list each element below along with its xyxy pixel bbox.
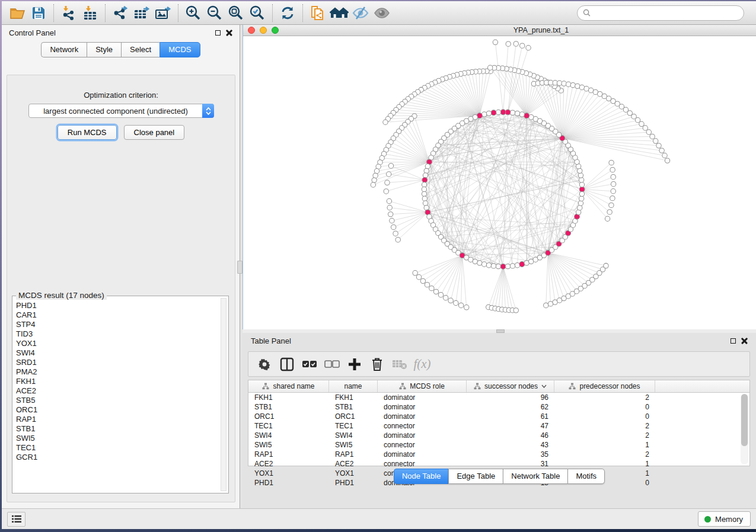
eye-icon bbox=[373, 7, 391, 20]
table-row[interactable]: ACE2ACE2connector311 bbox=[248, 459, 749, 469]
tab-network[interactable]: Network bbox=[41, 42, 87, 57]
add-column-button[interactable] bbox=[344, 354, 365, 374]
function-builder-button[interactable]: f(x) bbox=[412, 354, 432, 374]
table-row[interactable]: SWI5SWI5connector431 bbox=[248, 440, 749, 450]
mcds-result-item[interactable]: SRD1 bbox=[15, 358, 220, 367]
import-network-button[interactable] bbox=[58, 3, 79, 23]
network-canvas[interactable] bbox=[243, 36, 756, 329]
zoom-fit-icon bbox=[228, 5, 244, 21]
table-row[interactable]: SWI4SWI4dominator462 bbox=[248, 431, 749, 440]
mcds-result-item[interactable]: PMA2 bbox=[15, 367, 220, 377]
mcds-result-item[interactable]: FKH1 bbox=[15, 377, 220, 386]
mcds-result-item[interactable]: SWI4 bbox=[15, 348, 220, 358]
search-field[interactable] bbox=[577, 5, 744, 21]
cell-MCDS-role: dominator bbox=[378, 450, 467, 459]
deselect-all-rows-button[interactable] bbox=[322, 354, 342, 374]
delete-table-button[interactable] bbox=[390, 354, 410, 374]
mcds-result-list[interactable]: PHD1CAR1STP4TID3YOX1SWI4SRD1PMA2FKH1ACE2… bbox=[15, 301, 220, 491]
show-all-button[interactable] bbox=[371, 3, 393, 23]
column-header-predecessor-nodes[interactable]: predecessor nodes bbox=[554, 380, 655, 392]
mcds-result-item[interactable]: PHD1 bbox=[15, 301, 220, 310]
cell-successor-nodes: 31 bbox=[467, 460, 554, 468]
save-session-button[interactable] bbox=[28, 3, 49, 23]
mcds-result-item[interactable]: ORC1 bbox=[15, 405, 220, 415]
mcds-result-item[interactable]: STP4 bbox=[15, 320, 220, 329]
mcds-result-item[interactable]: TEC1 bbox=[15, 443, 220, 453]
memory-button[interactable]: Memory bbox=[698, 511, 751, 527]
export-network-button[interactable] bbox=[110, 3, 131, 23]
unchecked-boxes-icon bbox=[324, 360, 340, 368]
first-neighbors-button[interactable] bbox=[328, 3, 350, 23]
mcds-result-item[interactable]: GCR1 bbox=[15, 453, 220, 462]
scrollbar-thumb[interactable] bbox=[741, 394, 748, 446]
run-mcds-button[interactable]: Run MCDS bbox=[58, 125, 117, 140]
cell-shared-name: SWI5 bbox=[248, 441, 329, 449]
table-row[interactable]: RAP1RAP1dominator352 bbox=[248, 450, 749, 459]
tab-style[interactable]: Style bbox=[87, 42, 121, 57]
attribute-type-icon bbox=[569, 383, 576, 390]
delete-table-icon bbox=[392, 358, 407, 370]
copy-network-button[interactable] bbox=[307, 3, 328, 23]
table-row[interactable]: STB1STB1dominator620 bbox=[248, 402, 749, 412]
mcds-result-item[interactable]: STB5 bbox=[15, 396, 220, 405]
export-table-button[interactable] bbox=[131, 3, 152, 23]
column-header-name[interactable]: name bbox=[329, 380, 378, 392]
zoom-out-button[interactable] bbox=[204, 3, 225, 23]
attribute-type-icon bbox=[399, 383, 406, 390]
tab-network-table[interactable]: Network Table bbox=[503, 469, 567, 484]
table-settings-button[interactable] bbox=[254, 354, 275, 374]
tab-select[interactable]: Select bbox=[121, 42, 160, 57]
cell-predecessor-nodes: 2 bbox=[554, 422, 655, 430]
cell-predecessor-nodes: 2 bbox=[554, 431, 655, 440]
table-row[interactable]: TEC1TEC1connector472 bbox=[248, 421, 749, 431]
mcds-list-scrollbar[interactable] bbox=[221, 298, 227, 491]
close-panel-icon[interactable] bbox=[226, 30, 232, 36]
criterion-dropdown[interactable]: largest connected component (undirected) bbox=[28, 104, 214, 118]
column-selector-button[interactable] bbox=[277, 354, 297, 374]
table-scrollbar[interactable] bbox=[741, 394, 748, 464]
mcds-result-item[interactable]: SWI5 bbox=[15, 434, 220, 443]
zoom-in-button[interactable] bbox=[183, 3, 204, 23]
import-table-button[interactable] bbox=[79, 3, 101, 23]
column-header-MCDS-role[interactable]: MCDS role bbox=[378, 380, 467, 392]
network-window-titlebar[interactable]: YPA_prune.txt_1 bbox=[243, 25, 756, 36]
tab-node-table[interactable]: Node Table bbox=[394, 469, 449, 484]
mcds-result-item[interactable]: RAP1 bbox=[15, 415, 220, 424]
mcds-result-item[interactable]: YOX1 bbox=[15, 339, 220, 348]
network-graph[interactable] bbox=[243, 36, 756, 329]
cell-shared-name: SWI4 bbox=[248, 431, 329, 440]
float-panel-icon[interactable] bbox=[731, 338, 736, 344]
tab-mcds[interactable]: MCDS bbox=[160, 42, 200, 57]
mcds-result-item[interactable]: STB1 bbox=[15, 424, 220, 434]
export-network-icon bbox=[111, 5, 129, 21]
mcds-result-item[interactable]: TID3 bbox=[15, 329, 220, 339]
tab-edge-table[interactable]: Edge Table bbox=[448, 469, 503, 484]
node-table: shared namenameMCDS rolesuccessor nodesp… bbox=[248, 380, 750, 466]
close-panel-icon[interactable] bbox=[741, 338, 748, 344]
task-history-button[interactable] bbox=[7, 512, 25, 527]
open-file-button[interactable] bbox=[7, 3, 28, 23]
table-row[interactable]: FKH1FKH1dominator962 bbox=[248, 393, 749, 402]
search-input[interactable] bbox=[594, 8, 744, 17]
column-header-shared-name[interactable]: shared name bbox=[248, 380, 329, 392]
column-header-successor-nodes[interactable]: successor nodes bbox=[467, 380, 554, 392]
tab-motifs[interactable]: Motifs bbox=[567, 469, 605, 484]
zoom-fit-button[interactable] bbox=[225, 3, 247, 23]
cell-predecessor-nodes: 0 bbox=[554, 403, 655, 411]
close-panel-button[interactable]: Close panel bbox=[124, 125, 185, 140]
cell-name: ACE2 bbox=[329, 460, 378, 468]
zoom-selected-button[interactable] bbox=[247, 3, 268, 23]
export-image-button[interactable] bbox=[152, 3, 174, 23]
table-row[interactable]: ORC1ORC1dominator610 bbox=[248, 412, 749, 421]
splitter-grip[interactable] bbox=[237, 261, 243, 274]
delete-column-button[interactable] bbox=[367, 354, 387, 374]
mcds-result-item[interactable]: ACE2 bbox=[15, 386, 220, 396]
search-icon bbox=[583, 9, 591, 17]
mcds-result-item[interactable]: CAR1 bbox=[15, 310, 220, 320]
hide-selected-button[interactable] bbox=[350, 3, 371, 23]
select-all-rows-button[interactable] bbox=[299, 354, 320, 374]
cell-MCDS-role: connector bbox=[378, 422, 467, 430]
copy-network-icon bbox=[310, 4, 326, 22]
refresh-layout-button[interactable] bbox=[277, 3, 298, 23]
float-panel-icon[interactable] bbox=[215, 30, 221, 36]
